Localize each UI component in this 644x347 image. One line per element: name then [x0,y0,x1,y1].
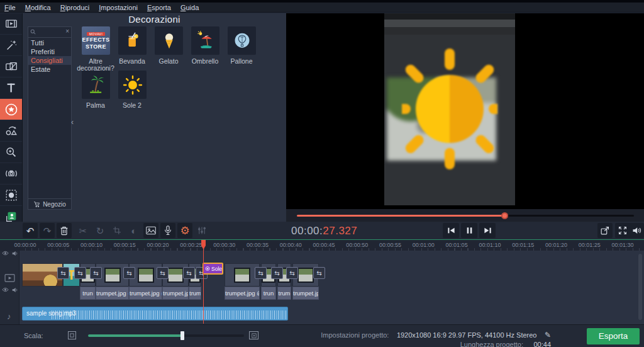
collapse-panel-handle[interactable]: ‹ [71,116,77,128]
rotate-button[interactable]: ↻ [92,223,108,238]
sidebar-item-stabilization[interactable] [0,163,22,185]
sidebar-item-callouts[interactable] [0,120,22,142]
timeline-zoom-handle[interactable] [180,331,184,340]
delete-button[interactable] [57,223,72,238]
decoration-tile-sole-2[interactable] [118,71,147,99]
seek-bar[interactable] [297,215,634,217]
zoom-in-timeline-button[interactable] [249,331,258,339]
undo-button[interactable]: ↶ [23,223,38,238]
timeline-scrollbar[interactable] [638,254,642,320]
transition-icon[interactable]: ⇆ [271,267,283,279]
menu-guida[interactable]: Guida [180,4,199,11]
video-track-mute-icon[interactable] [12,287,18,293]
category-estate[interactable]: Estate [28,65,71,74]
undo-icon: ↶ [26,226,35,236]
decoration-tile-ombrello[interactable] [191,26,219,55]
decoration-tile-pallone[interactable] [228,26,256,55]
seek-bar-handle[interactable] [501,212,508,219]
menu-esporta[interactable]: Esporta [147,4,171,11]
transition-icon[interactable]: ⇆ [123,267,135,279]
menu-riproduci[interactable]: Riproduci [60,4,89,11]
export-button[interactable]: Esporta [587,328,640,344]
pause-button[interactable] [461,223,477,238]
transition-icon[interactable]: ⇆ [157,267,169,279]
sidebar-item-transitions[interactable] [0,56,22,77]
transition-icon[interactable]: ⇆ [255,267,267,279]
track-headers: ♪ [0,251,19,324]
audio-clip[interactable]: sample song.mp3 [22,307,288,321]
crop-button[interactable] [109,223,125,238]
add-media-button[interactable] [143,223,158,238]
drink-icon [121,30,144,52]
clip-thumbnail-image [138,268,154,283]
timeline-zoom-slider[interactable] [88,334,244,337]
sidebar-item-media[interactable] [0,13,22,35]
next-frame-icon [484,227,492,234]
decoration-tile-gelato[interactable] [155,26,183,55]
ice-cream-icon [158,30,180,52]
menu-file[interactable]: File [4,4,16,11]
search-box[interactable]: × [28,27,71,38]
hot-air-balloon-icon [231,30,253,52]
sidebar-item-chroma-key[interactable] [0,185,22,206]
open-in-player-button[interactable] [597,223,613,238]
transition-icon[interactable]: ⇆ [286,267,298,279]
volume-button[interactable] [629,223,644,238]
clip-properties-button[interactable]: ⚙ [177,223,192,238]
transition-icon[interactable]: ⇆ [57,267,69,279]
sun-icon [121,74,144,96]
split-button[interactable]: ✂ [75,223,91,238]
previous-frame-button[interactable] [443,223,459,238]
sidebar-item-filters[interactable] [0,35,22,56]
sidebar-item-titles[interactable] [0,77,22,99]
decoration-tile-bevanda[interactable] [118,26,147,55]
category-consigliati[interactable]: Consigliati [28,56,71,65]
clear-search-icon[interactable]: × [65,28,69,35]
category-tutti[interactable]: Tutti [28,38,71,47]
transition-icon[interactable]: ⇆ [90,267,102,279]
store-button[interactable]: Negozio [28,198,71,209]
ruler-label: 00:01:15 [512,242,534,248]
transition-icon[interactable]: ⇆ [313,267,325,279]
ruler-label: 00:00:25 [180,242,202,248]
video-track-visibility-icon[interactable] [2,287,9,292]
menu-impostazioni[interactable]: Impostazioni [99,4,138,11]
decoration-tile-effects-store[interactable]: MOVAVI EFFECTS STORE [82,26,110,55]
transition-icon[interactable]: ⇆ [183,267,195,279]
video-track-icon[interactable] [4,274,15,282]
ruler-label: 00:01:05 [446,242,468,248]
clip-label: trumpet.jpg @ [96,287,129,300]
clip-thumbnail-image [167,268,184,283]
decoration-label[interactable]: Sole 2 [110,102,154,109]
color-adjust-button[interactable]: ◐ [126,223,142,238]
sticker-clip-icon [205,266,210,271]
record-audio-button[interactable] [160,223,175,238]
category-preferiti[interactable]: Preferiti [28,47,71,56]
decoration-label[interactable]: Pallone [219,58,264,65]
audio-track-icon[interactable]: ♪ [7,312,11,321]
project-settings-label: Impostazioni progetto: [321,331,389,339]
clip-label: trumpet.jp [292,287,319,300]
clip-label: trumpet.jpg ( [129,287,162,300]
playhead-line[interactable] [203,240,204,324]
audio-properties-button[interactable] [194,223,209,238]
overlay-track-visibility-icon[interactable] [2,251,9,256]
zoom-out-timeline-button[interactable] [68,331,76,339]
magic-wand-icon [4,38,18,52]
timeline-ruler[interactable]: 00:00:0000:00:0500:00:1000:00:1500:00:20… [0,240,644,251]
preview-content-chrome [384,20,515,27]
next-frame-button[interactable] [479,223,496,238]
effects-store-badge: MOVAVI [87,32,106,36]
fullscreen-button[interactable] [615,223,630,238]
decoration-tile-palma[interactable] [82,71,110,99]
menu-modifica[interactable]: Modifica [25,4,51,11]
search-input[interactable] [36,28,65,37]
sidebar-item-pan-zoom[interactable] [0,142,22,163]
search-icon [30,29,36,35]
seek-bar-progress [297,215,504,217]
redo-button[interactable]: ↷ [40,223,55,238]
sticker-clip-sole[interactable]: Sole [203,263,223,275]
sidebar-item-stickers[interactable] [0,99,22,120]
transition-icon[interactable]: ⇆ [74,267,86,279]
overlay-track-mute-icon[interactable] [12,251,18,256]
